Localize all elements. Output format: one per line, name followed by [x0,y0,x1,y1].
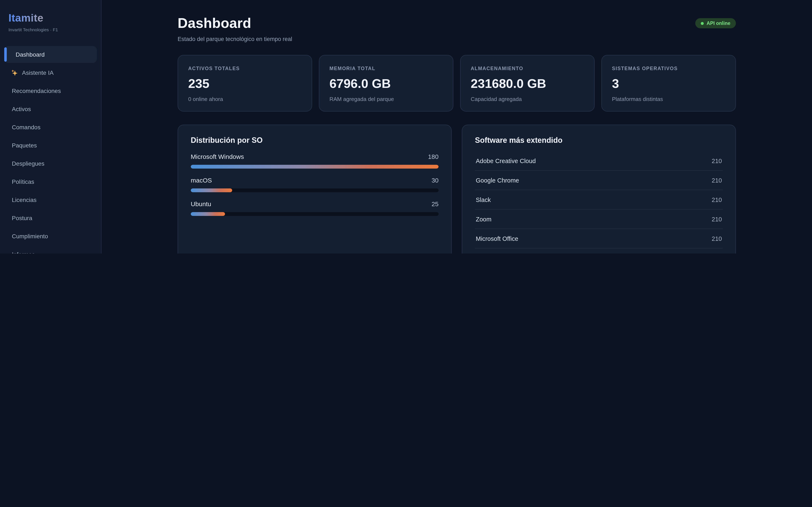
stat-sublabel: Capacidad agregada [471,96,584,102]
stat-label: MEMORIA TOTAL [329,66,443,71]
sidebar-item-label: Asistente IA [22,69,53,76]
sidebar-nav: Dashboard Asistente IA Recomendaciones A… [4,46,97,253]
os-bar-value: 180 [428,153,439,160]
os-bar-macos: macOS 30 [191,177,439,192]
software-name: Slack [476,196,491,203]
sparkles-icon [11,69,18,76]
software-count: 210 [712,157,722,164]
software-list-item: Slack210 [475,190,723,209]
sidebar: Itamite Invartit Technologies · F1 Dashb… [0,0,101,253]
os-distribution-title: Distribución por SO [191,136,439,145]
os-bar-track [191,212,439,216]
stat-value: 6796.0 GB [329,76,443,91]
software-list-item: Microsoft Office210 [475,229,723,248]
stats-row: ACTIVOS TOTALES 235 0 online ahora MEMOR… [177,55,736,112]
stat-value: 235 [188,76,302,91]
sidebar-item-politicas[interactable]: Políticas [4,173,97,190]
sidebar-item-label: Activos [12,106,31,112]
page-header: Dashboard Estado del parque tecnológico … [177,15,736,42]
top-software-list: Adobe Creative Cloud210 Google Chrome210… [475,151,723,253]
sidebar-item-label: Políticas [12,178,34,185]
sidebar-item-asistente-ia[interactable]: Asistente IA [4,64,97,81]
stat-sublabel: RAM agregada del parque [329,96,443,102]
stat-value: 3 [612,76,725,91]
api-status-label: API online [707,21,730,26]
top-software-panel: Software más extendido Adobe Creative Cl… [462,125,736,253]
sidebar-item-label: Despliegues [12,160,44,167]
os-bar-label: Ubuntu [191,200,211,208]
sidebar-item-recomendaciones[interactable]: Recomendaciones [4,82,97,99]
stat-label: ALMACENAMIENTO [471,66,584,71]
stat-sublabel: 0 online ahora [188,96,302,102]
software-count: 210 [712,216,722,222]
sidebar-item-label: Dashboard [16,51,45,58]
os-bar-fill [191,188,232,192]
page-subtitle: Estado del parque tecnológico en tiempo … [177,36,292,42]
app-root: Itamite Invartit Technologies · F1 Dashb… [0,0,812,253]
sidebar-item-postura[interactable]: Postura [4,210,97,226]
sidebar-item-comandos[interactable]: Comandos [4,119,97,135]
software-count: 210 [712,235,722,242]
brand-logo: Itamite [8,12,43,24]
api-status-badge: API online [695,18,736,28]
sidebar-item-activos[interactable]: Activos [4,101,97,117]
sidebar-item-label: Recomendaciones [12,88,61,94]
software-name: Google Chrome [476,177,519,183]
os-bar-windows: Microsoft Windows 180 [191,153,439,169]
stat-label: SISTEMAS OPERATIVOS [612,66,725,71]
stat-card-activos-totales: ACTIVOS TOTALES 235 0 online ahora [177,55,312,112]
software-name: Adobe Creative Cloud [476,157,536,164]
sidebar-item-label: Informes [12,251,35,253]
os-bar-fill [191,212,225,216]
stat-value: 231680.0 GB [471,76,584,91]
sidebar-item-cumplimiento[interactable]: Cumplimiento [4,228,97,245]
sidebar-item-paquetes[interactable]: Paquetes [4,137,97,154]
page-title: Dashboard [177,15,292,31]
software-list-item: Google Chrome210 [475,170,723,190]
os-bar-track [191,165,439,169]
stat-sublabel: Plataformas distintas [612,96,725,102]
os-bar-ubuntu: Ubuntu 25 [191,200,439,216]
software-list-item: Visual Studio Code210 [475,248,723,253]
sidebar-item-label: Paquetes [12,142,37,149]
sidebar-item-licencias[interactable]: Licencias [4,191,97,208]
brand: Itamite Invartit Technologies · F1 [0,12,101,32]
sidebar-item-label: Licencias [12,196,37,203]
sidebar-item-despliegues[interactable]: Despliegues [4,155,97,172]
panels-row: Distribución por SO Microsoft Windows 18… [177,125,736,253]
os-bar-value: 30 [432,177,439,184]
sidebar-item-label: Postura [12,215,32,221]
os-distribution-panel: Distribución por SO Microsoft Windows 18… [177,125,452,253]
stat-label: ACTIVOS TOTALES [188,66,302,71]
os-bar-label: Microsoft Windows [191,153,244,160]
sidebar-item-dashboard[interactable]: Dashboard [4,46,97,63]
page-header-text: Dashboard Estado del parque tecnológico … [177,15,292,42]
sidebar-item-informes[interactable]: Informes [4,246,97,253]
online-dot-icon [701,22,704,25]
software-list-item: Zoom210 [475,209,723,229]
stat-card-memoria-total: MEMORIA TOTAL 6796.0 GB RAM agregada del… [319,55,453,112]
brand-subtitle: Invartit Technologies · F1 [8,27,93,32]
software-name: Zoom [476,216,492,222]
os-bar-label: macOS [191,177,212,184]
stat-card-sistemas-operativos: SISTEMAS OPERATIVOS 3 Plataformas distin… [601,55,736,112]
os-bar-value: 25 [432,200,439,208]
os-bar-fill [191,165,439,169]
software-list-item: Adobe Creative Cloud210 [475,151,723,170]
os-bar-track [191,188,439,192]
software-name: Microsoft Office [476,235,518,242]
top-software-title: Software más extendido [475,136,723,145]
stat-card-almacenamiento: ALMACENAMIENTO 231680.0 GB Capacidad agr… [460,55,595,112]
software-count: 210 [712,196,722,203]
software-count: 210 [712,177,722,183]
sidebar-item-label: Comandos [12,124,40,130]
main-content: Dashboard Estado del parque tecnológico … [101,0,812,253]
sidebar-item-label: Cumplimiento [12,233,48,239]
